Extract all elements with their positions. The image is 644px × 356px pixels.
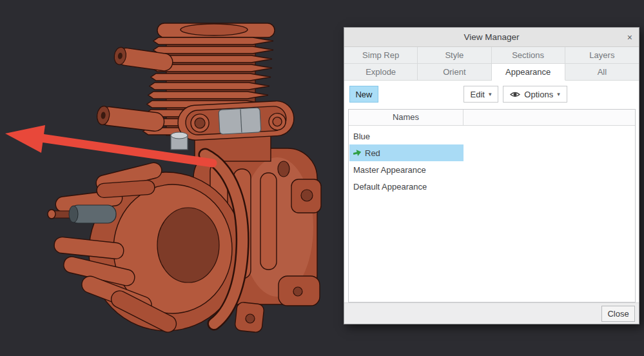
tab-layers[interactable]: Layers [565,47,639,64]
chevron-down-icon: ▾ [557,92,560,97]
new-button[interactable]: New [349,86,378,103]
options-button[interactable]: Options ▾ [503,86,567,103]
tab-style[interactable]: Style [418,47,491,64]
tab-appearance[interactable]: Appearance [492,64,565,81]
table-header: Names [349,110,635,126]
engine-model [48,23,321,335]
list-item-blue[interactable]: Blue [349,128,635,144]
row-label: Red [365,148,380,158]
tab-explode[interactable]: Explode [344,64,418,81]
tab-all[interactable]: All [565,64,639,81]
edit-label: Edit [471,90,485,99]
row-label: Blue [353,132,370,141]
dialog-titlebar[interactable]: View Manager × [344,28,639,47]
row-label: Master Appearance [353,165,426,175]
list-item-master-appearance[interactable]: Master Appearance [349,161,635,178]
names-column-header: Names [349,110,463,125]
chevron-down-icon: ▾ [489,92,492,97]
row-label: Default Appearance [353,182,427,192]
table-rows: Blue Red Master Appearance Default Appea… [349,126,635,195]
close-icon[interactable]: × [627,33,632,42]
green-arrow-icon [353,149,362,157]
tab-sections[interactable]: Sections [492,47,565,64]
tab-orient[interactable]: Orient [418,64,491,81]
list-item-default-appearance[interactable]: Default Appearance [349,178,635,195]
options-label: Options [524,90,553,99]
view-manager-dialog: View Manager × Simp Rep Style Sections L… [344,27,639,324]
close-button[interactable]: Close [601,306,635,322]
exhaust-flange [177,100,295,141]
tab-strip: Simp Rep Style Sections Layers Explode O… [344,47,639,81]
appearance-toolbar: New Edit ▾ Options ▾ [344,81,639,108]
appearances-list: Names Blue Red Master Appearance [348,109,636,302]
edit-button[interactable]: Edit ▾ [463,86,498,103]
tab-simp-rep[interactable]: Simp Rep [344,47,418,64]
bushing [171,132,188,150]
dialog-title: View Manager [463,32,519,42]
list-item-red[interactable]: Red [349,144,635,161]
application-window: View Manager × Simp Rep Style Sections L… [0,0,644,356]
eye-icon [510,91,520,98]
dialog-footer: Close [344,302,639,324]
